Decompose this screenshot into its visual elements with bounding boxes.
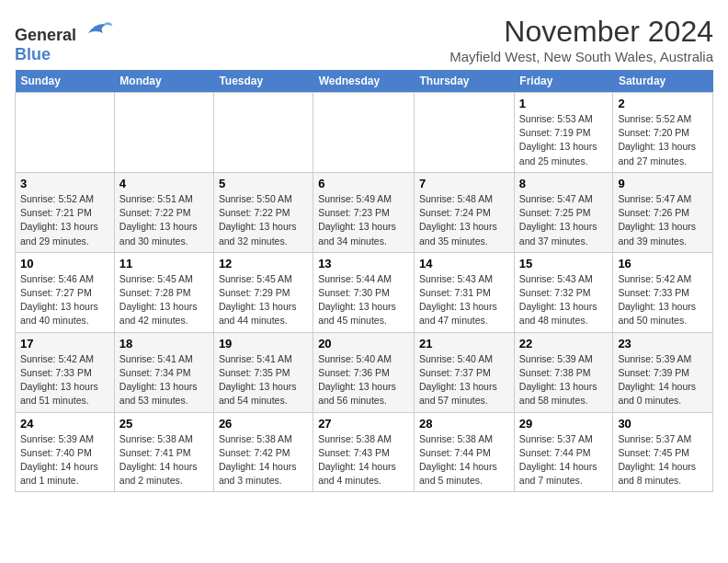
day-info: Sunrise: 5:43 AM Sunset: 7:31 PM Dayligh… xyxy=(419,272,509,328)
table-row: 17Sunrise: 5:42 AM Sunset: 7:33 PM Dayli… xyxy=(16,332,115,412)
day-info: Sunrise: 5:47 AM Sunset: 7:26 PM Dayligh… xyxy=(618,192,708,248)
day-number: 24 xyxy=(20,417,109,431)
day-number: 9 xyxy=(618,177,708,190)
day-info: Sunrise: 5:47 AM Sunset: 7:25 PM Dayligh… xyxy=(519,192,609,248)
table-row: 18Sunrise: 5:41 AM Sunset: 7:34 PM Dayli… xyxy=(114,332,213,412)
day-info: Sunrise: 5:53 AM Sunset: 7:19 PM Dayligh… xyxy=(519,112,609,168)
day-number: 21 xyxy=(419,337,509,350)
calendar-week-row: 10Sunrise: 5:46 AM Sunset: 7:27 PM Dayli… xyxy=(16,252,713,332)
day-number: 17 xyxy=(20,337,109,350)
day-number: 18 xyxy=(119,337,209,350)
table-row: 19Sunrise: 5:41 AM Sunset: 7:35 PM Dayli… xyxy=(213,332,313,412)
table-row xyxy=(16,93,115,173)
day-number: 3 xyxy=(20,177,109,190)
day-info: Sunrise: 5:37 AM Sunset: 7:44 PM Dayligh… xyxy=(519,432,609,488)
day-info: Sunrise: 5:42 AM Sunset: 7:33 PM Dayligh… xyxy=(20,352,109,408)
day-number: 25 xyxy=(119,417,209,431)
table-row: 6Sunrise: 5:49 AM Sunset: 7:23 PM Daylig… xyxy=(313,172,415,252)
day-info: Sunrise: 5:41 AM Sunset: 7:35 PM Dayligh… xyxy=(219,352,308,408)
day-number: 14 xyxy=(419,257,509,270)
day-number: 5 xyxy=(219,177,308,190)
day-number: 7 xyxy=(419,177,509,190)
weekday-header-row: Sunday Monday Tuesday Wednesday Thursday… xyxy=(16,70,713,93)
header-wednesday: Wednesday xyxy=(313,70,415,93)
day-number: 20 xyxy=(318,337,409,350)
day-number: 2 xyxy=(618,97,708,110)
table-row: 23Sunrise: 5:39 AM Sunset: 7:39 PM Dayli… xyxy=(613,332,713,412)
calendar-week-row: 24Sunrise: 5:39 AM Sunset: 7:40 PM Dayli… xyxy=(16,412,713,492)
table-row: 14Sunrise: 5:43 AM Sunset: 7:31 PM Dayli… xyxy=(415,252,515,332)
day-info: Sunrise: 5:52 AM Sunset: 7:21 PM Dayligh… xyxy=(20,192,109,248)
header-saturday: Saturday xyxy=(613,70,713,93)
logo-bird-icon xyxy=(85,18,114,40)
table-row: 20Sunrise: 5:40 AM Sunset: 7:36 PM Dayli… xyxy=(313,332,415,412)
day-number: 16 xyxy=(618,257,708,270)
day-info: Sunrise: 5:51 AM Sunset: 7:22 PM Dayligh… xyxy=(119,192,209,248)
day-info: Sunrise: 5:52 AM Sunset: 7:20 PM Dayligh… xyxy=(618,112,708,168)
logo-general: General xyxy=(15,26,76,44)
table-row: 28Sunrise: 5:38 AM Sunset: 7:44 PM Dayli… xyxy=(415,412,515,492)
day-info: Sunrise: 5:45 AM Sunset: 7:29 PM Dayligh… xyxy=(219,272,308,328)
day-number: 28 xyxy=(419,417,509,431)
table-row: 9Sunrise: 5:47 AM Sunset: 7:26 PM Daylig… xyxy=(613,172,713,252)
calendar-week-row: 3Sunrise: 5:52 AM Sunset: 7:21 PM Daylig… xyxy=(16,172,713,252)
table-row: 21Sunrise: 5:40 AM Sunset: 7:37 PM Dayli… xyxy=(415,332,515,412)
table-row xyxy=(114,93,213,173)
day-info: Sunrise: 5:39 AM Sunset: 7:39 PM Dayligh… xyxy=(618,352,708,408)
header-friday: Friday xyxy=(514,70,613,93)
table-row: 13Sunrise: 5:44 AM Sunset: 7:30 PM Dayli… xyxy=(313,252,415,332)
table-row: 11Sunrise: 5:45 AM Sunset: 7:28 PM Dayli… xyxy=(114,252,213,332)
header-tuesday: Tuesday xyxy=(213,70,313,93)
day-number: 15 xyxy=(519,257,609,270)
day-number: 26 xyxy=(219,417,308,431)
day-number: 19 xyxy=(219,337,308,350)
table-row: 4Sunrise: 5:51 AM Sunset: 7:22 PM Daylig… xyxy=(114,172,213,252)
calendar-table: Sunday Monday Tuesday Wednesday Thursday… xyxy=(15,70,713,492)
table-row: 8Sunrise: 5:47 AM Sunset: 7:25 PM Daylig… xyxy=(514,172,613,252)
day-number: 6 xyxy=(318,177,409,190)
table-row xyxy=(213,93,313,173)
header-thursday: Thursday xyxy=(415,70,515,93)
table-row: 29Sunrise: 5:37 AM Sunset: 7:44 PM Dayli… xyxy=(514,412,613,492)
day-info: Sunrise: 5:41 AM Sunset: 7:34 PM Dayligh… xyxy=(119,352,209,408)
table-row: 1Sunrise: 5:53 AM Sunset: 7:19 PM Daylig… xyxy=(514,93,613,173)
day-number: 29 xyxy=(519,417,609,431)
table-row xyxy=(415,93,515,173)
table-row: 27Sunrise: 5:38 AM Sunset: 7:43 PM Dayli… xyxy=(313,412,415,492)
day-info: Sunrise: 5:38 AM Sunset: 7:43 PM Dayligh… xyxy=(318,432,409,488)
day-info: Sunrise: 5:45 AM Sunset: 7:28 PM Dayligh… xyxy=(119,272,209,328)
day-number: 10 xyxy=(20,257,109,270)
table-row: 26Sunrise: 5:38 AM Sunset: 7:42 PM Dayli… xyxy=(213,412,313,492)
day-info: Sunrise: 5:42 AM Sunset: 7:33 PM Dayligh… xyxy=(618,272,708,328)
page-header: General Blue November 2024 Mayfield West… xyxy=(15,15,713,64)
header-monday: Monday xyxy=(114,70,213,93)
table-row: 25Sunrise: 5:38 AM Sunset: 7:41 PM Dayli… xyxy=(114,412,213,492)
day-info: Sunrise: 5:40 AM Sunset: 7:37 PM Dayligh… xyxy=(419,352,509,408)
table-row: 7Sunrise: 5:48 AM Sunset: 7:24 PM Daylig… xyxy=(415,172,515,252)
table-row: 5Sunrise: 5:50 AM Sunset: 7:22 PM Daylig… xyxy=(213,172,313,252)
table-row: 12Sunrise: 5:45 AM Sunset: 7:29 PM Dayli… xyxy=(213,252,313,332)
day-number: 22 xyxy=(519,337,609,350)
table-row xyxy=(313,93,415,173)
day-info: Sunrise: 5:40 AM Sunset: 7:36 PM Dayligh… xyxy=(318,352,409,408)
month-title: November 2024 xyxy=(449,15,713,49)
day-number: 27 xyxy=(318,417,409,431)
table-row: 16Sunrise: 5:42 AM Sunset: 7:33 PM Dayli… xyxy=(613,252,713,332)
day-info: Sunrise: 5:48 AM Sunset: 7:24 PM Dayligh… xyxy=(419,192,509,248)
table-row: 24Sunrise: 5:39 AM Sunset: 7:40 PM Dayli… xyxy=(16,412,115,492)
table-row: 22Sunrise: 5:39 AM Sunset: 7:38 PM Dayli… xyxy=(514,332,613,412)
calendar-week-row: 1Sunrise: 5:53 AM Sunset: 7:19 PM Daylig… xyxy=(16,93,713,173)
day-info: Sunrise: 5:43 AM Sunset: 7:32 PM Dayligh… xyxy=(519,272,609,328)
day-info: Sunrise: 5:37 AM Sunset: 7:45 PM Dayligh… xyxy=(618,432,708,488)
day-info: Sunrise: 5:39 AM Sunset: 7:40 PM Dayligh… xyxy=(20,432,109,488)
table-row: 10Sunrise: 5:46 AM Sunset: 7:27 PM Dayli… xyxy=(16,252,115,332)
day-info: Sunrise: 5:38 AM Sunset: 7:41 PM Dayligh… xyxy=(119,432,209,488)
logo: General Blue xyxy=(15,18,114,64)
day-number: 4 xyxy=(119,177,209,190)
location-title: Mayfield West, New South Wales, Australi… xyxy=(449,49,713,64)
day-info: Sunrise: 5:38 AM Sunset: 7:44 PM Dayligh… xyxy=(419,432,509,488)
table-row: 30Sunrise: 5:37 AM Sunset: 7:45 PM Dayli… xyxy=(613,412,713,492)
day-info: Sunrise: 5:38 AM Sunset: 7:42 PM Dayligh… xyxy=(219,432,308,488)
header-sunday: Sunday xyxy=(16,70,115,93)
table-row: 15Sunrise: 5:43 AM Sunset: 7:32 PM Dayli… xyxy=(514,252,613,332)
